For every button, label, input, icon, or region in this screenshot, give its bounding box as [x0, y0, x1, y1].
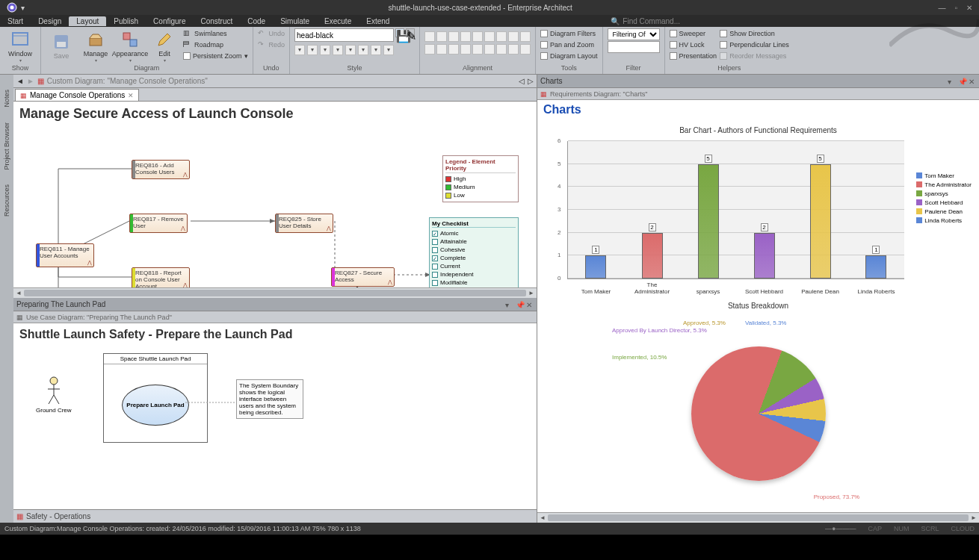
align-tool-icon[interactable] [496, 31, 507, 42]
menu-layout[interactable]: Layout [69, 16, 106, 26]
style-tool-icon[interactable]: ▾ [383, 45, 394, 55]
style-tool-icon[interactable]: ▾ [294, 45, 305, 55]
close-button[interactable]: ✕ [964, 4, 975, 12]
checklist-item[interactable]: ✓Atomic [432, 229, 516, 237]
align-tool-icon[interactable] [424, 44, 435, 55]
style-tool-icon[interactable]: ▾ [371, 45, 381, 55]
menu-configure[interactable]: Configure [146, 16, 193, 26]
diagram-layout-button[interactable]: Diagram Layout [540, 51, 598, 61]
menu-extend[interactable]: Extend [359, 16, 397, 26]
align-tool-icon[interactable] [496, 44, 507, 55]
req-827[interactable]: REQ827 - Secure Access⋀ [331, 267, 395, 287]
charts-hscroll[interactable]: ◄► [537, 512, 979, 523]
doctab-close-icon[interactable]: ✕ [128, 92, 134, 99]
dropdown-icon[interactable]: ▾ [948, 78, 955, 85]
checklist-item[interactable]: Independent [432, 270, 516, 279]
restore-button[interactable]: ▫ [952, 4, 960, 12]
swimlanes-button[interactable]: ▥Swimlanes [183, 28, 248, 39]
menu-publish[interactable]: Publish [106, 16, 146, 26]
nav-right-icon[interactable]: ▷ [528, 77, 534, 85]
checklist-card[interactable]: My Checklist ✓AtomicAttainableCohesive✓C… [429, 217, 519, 287]
hvlock-checkbox[interactable]: HV Lock [670, 40, 717, 50]
pan-zoom-button[interactable]: Pan and Zoom [540, 40, 598, 50]
req-817[interactable]: REQ817 - Remove User⋀ [129, 214, 188, 233]
align-tool-icon[interactable] [436, 44, 447, 55]
save-button[interactable]: Save [46, 28, 77, 64]
align-tool-icon[interactable] [508, 44, 519, 55]
checklist-item[interactable]: Current [432, 262, 516, 270]
align-tool-icon[interactable] [460, 44, 471, 55]
menu-start[interactable]: Start [0, 16, 31, 26]
nav-left-icon[interactable]: ◁ [519, 77, 525, 85]
align-tool-icon[interactable] [520, 31, 531, 42]
req-816[interactable]: REQ816 - Add Console Users⋀ [132, 160, 190, 179]
nav-fwd-icon[interactable]: ► [27, 77, 34, 85]
sweeper-checkbox[interactable]: Sweeper [670, 28, 717, 39]
style-tool-icon[interactable]: ▾ [358, 45, 368, 55]
pin-icon[interactable]: 📌 [516, 301, 523, 308]
redo-button[interactable]: ↷Redo [258, 40, 285, 50]
manage-button[interactable]: Manage▾ [80, 28, 111, 64]
window-button[interactable]: Window▾ [4, 28, 36, 64]
checklist-item[interactable]: Modifiable [432, 279, 516, 287]
req-811[interactable]: REQ811 - Manage User Accounts⋀ [36, 243, 94, 267]
minimize-button[interactable]: — [936, 4, 948, 12]
menu-construct[interactable]: Construct [193, 16, 240, 26]
app-logo-icon[interactable] [3, 0, 21, 15]
align-tool-icon[interactable] [448, 44, 459, 55]
align-tool-icon[interactable] [460, 31, 471, 42]
close-pane-icon[interactable]: ✕ [969, 78, 976, 85]
sidetab-project-browser[interactable]: Project Browser [3, 122, 10, 170]
style-tool-icon[interactable]: ▾ [307, 45, 318, 55]
search-icon[interactable]: 🔍 [611, 17, 620, 25]
close-pane-icon[interactable]: ✕ [526, 301, 534, 308]
align-tool-icon[interactable] [520, 44, 531, 55]
style-tool-icon[interactable]: ▾ [345, 45, 356, 55]
checklist-item[interactable]: Cohesive [432, 246, 516, 254]
apply-style-icon[interactable]: ✎ [406, 28, 415, 37]
pin-icon[interactable]: 📌 [958, 78, 966, 85]
find-command-input[interactable]: Find Command... [623, 17, 680, 25]
align-tool-icon[interactable] [436, 31, 447, 42]
appearance-button[interactable]: Appearance▾ [114, 28, 146, 64]
checklist-item[interactable]: Attainable [432, 237, 516, 246]
undo-button[interactable]: ↶Undo [258, 28, 285, 39]
actor-ground-crew[interactable]: Ground Crew [36, 376, 72, 414]
main-canvas[interactable]: Manage Secure Access of Launch Console R… [13, 102, 537, 287]
align-tool-icon[interactable] [484, 44, 495, 55]
charts-canvas[interactable]: Charts Bar Chart - Authors of Functional… [537, 100, 979, 512]
req-825[interactable]: REQ825 - Store User Details⋀ [275, 214, 333, 233]
perp-checkbox[interactable]: Perpendicular Lines [720, 40, 789, 50]
zoom-slider[interactable]: —●——— [825, 525, 856, 532]
diagram-filters-button[interactable]: Diagram Filters [540, 28, 598, 39]
style-combo[interactable] [294, 28, 394, 42]
align-tool-icon[interactable] [484, 31, 495, 42]
bottom-tab-label[interactable]: Safety - Operations [26, 512, 90, 520]
nav-back-icon[interactable]: ◄ [16, 77, 24, 85]
roadmap-button[interactable]: ⛿Roadmap [183, 40, 248, 50]
filter-value-input[interactable] [608, 41, 660, 53]
style-tool-icon[interactable]: ▾ [333, 45, 343, 55]
legend-card[interactable]: Legend - Element Priority HighMediumLow [442, 155, 519, 202]
align-tool-icon[interactable] [472, 31, 483, 42]
reorder-checkbox[interactable]: Reorder Messages [720, 51, 789, 61]
save-style-icon[interactable]: 💾 [395, 28, 404, 37]
menu-design[interactable]: Design [31, 16, 69, 26]
sidetab-resources[interactable]: Resources [3, 184, 10, 217]
filter-mode-select[interactable]: Filtering Off [608, 28, 660, 40]
persistent-zoom-checkbox[interactable]: Persistent Zoom ▾ [183, 51, 248, 61]
menu-simulate[interactable]: Simulate [273, 16, 317, 26]
note-system-boundary[interactable]: The System Boundary shows the logical in… [236, 379, 303, 419]
dropdown-icon[interactable]: ▾ [505, 301, 513, 308]
edit-button[interactable]: Edit▾ [149, 28, 180, 64]
style-tool-icon[interactable]: ▾ [320, 45, 330, 55]
align-tool-icon[interactable] [508, 31, 519, 42]
menu-execute[interactable]: Execute [317, 16, 359, 26]
presentation-checkbox[interactable]: Presentation [670, 51, 717, 61]
menu-code[interactable]: Code [240, 16, 273, 26]
align-tool-icon[interactable] [448, 31, 459, 42]
launchpad-canvas[interactable]: Shuttle Launch Safety - Prepare the Laun… [13, 323, 537, 509]
main-hscroll[interactable]: ◄► [13, 287, 537, 298]
align-tool-icon[interactable] [424, 31, 435, 42]
doctab-manage-console[interactable]: ▦ Manage Console Operations ✕ [15, 89, 139, 101]
